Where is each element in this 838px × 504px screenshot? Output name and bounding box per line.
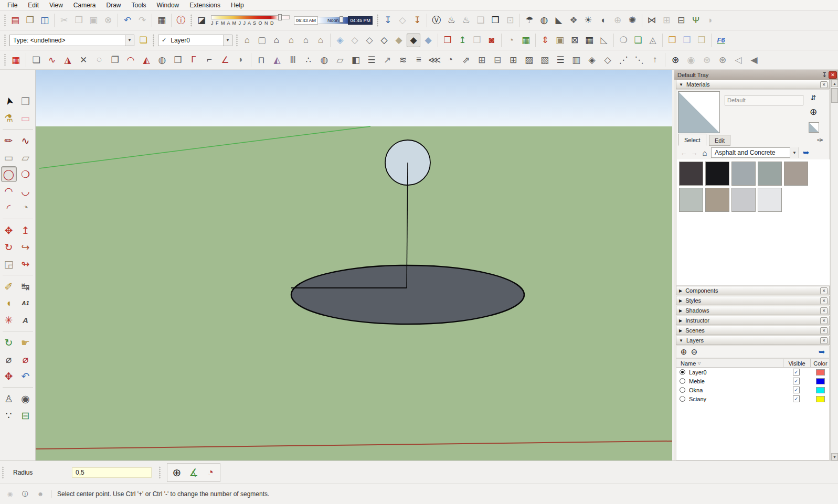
panel-array-icon[interactable]: ▥ <box>569 53 584 67</box>
redo-icon[interactable]: ↷ <box>135 14 149 27</box>
current-layer-radio[interactable] <box>680 378 685 384</box>
freehand-tool-icon[interactable]: ∿ <box>18 133 33 148</box>
toolbar-grip[interactable] <box>4 53 6 66</box>
zoom-window-icon[interactable]: ⌀ <box>18 352 33 367</box>
layer-color-chip[interactable] <box>816 369 825 376</box>
column-name[interactable]: Name ▽ <box>681 359 701 368</box>
purlins-icon[interactable]: ⋱ <box>632 53 646 67</box>
panel-header-layers[interactable]: ▼ Layers ✕ <box>676 336 830 345</box>
axes-tool-icon[interactable]: ✳ <box>2 313 16 327</box>
scroll-down-icon[interactable]: ▼ <box>831 453 838 460</box>
panel-header-components[interactable]: ▶Components✕ <box>676 286 830 295</box>
iso-view-icon[interactable]: ⌂ <box>240 34 254 47</box>
cut-icon[interactable]: ✂ <box>57 14 71 27</box>
stair-flight-icon[interactable]: ≋ <box>396 53 410 67</box>
sphere-pin-icon[interactable]: ◍ <box>155 53 169 67</box>
sign-in-icon[interactable]: ☻ <box>36 489 45 499</box>
shadow-date-slider[interactable]: J F M A M J J A S O N D <box>211 14 290 27</box>
loft-spline-icon[interactable]: ❏ <box>29 53 44 67</box>
menu-item-view[interactable]: View <box>44 0 68 10</box>
material-swatch-8[interactable] <box>731 188 756 212</box>
model-viewport[interactable] <box>36 70 672 460</box>
vray-ies-light-icon[interactable]: ❖ <box>567 14 580 27</box>
share-model-icon[interactable]: ↥ <box>455 34 469 47</box>
material-swatch-1[interactable] <box>679 162 703 186</box>
tent-shape-icon[interactable]: ◭ <box>139 53 154 67</box>
3d-text-icon[interactable]: A <box>18 313 33 327</box>
window-frame-icon[interactable]: ⊞ <box>474 53 489 67</box>
active-layer-dropdown[interactable]: ✓ Layer0 ▼ <box>158 35 232 46</box>
polygon-dashed-icon[interactable]: ◌ <box>92 53 107 67</box>
curve-sheet-icon[interactable]: ◗ <box>234 53 248 67</box>
vray-spot-light-icon[interactable]: ◣ <box>552 14 566 27</box>
current-layer-radio[interactable] <box>680 396 685 402</box>
bezier-curve-icon[interactable]: ∿ <box>45 53 59 67</box>
secondary-pane-icon[interactable]: ⇵ <box>809 93 818 102</box>
classification-type-dropdown[interactable]: Type: <undefined> ▼ <box>9 35 134 46</box>
forward-arrow-icon[interactable]: → <box>689 147 699 158</box>
visible-checkbox[interactable]: ✓ <box>793 369 800 376</box>
corner-line-icon[interactable]: ⌐ <box>202 53 217 67</box>
preview-camera-icon[interactable]: ◉ <box>684 53 698 67</box>
ramp-tool-icon[interactable]: ↗ <box>380 53 395 67</box>
arc-calculator-tool-icon[interactable]: ◔ <box>203 465 218 480</box>
look-around-icon[interactable]: ◉ <box>18 391 33 406</box>
chevron-down-icon[interactable]: ▼ <box>125 35 134 46</box>
time-track[interactable]: Noon <box>318 17 348 24</box>
claim-credit-icon[interactable]: ⓘ <box>20 489 30 499</box>
circular-array-icon[interactable]: ◍ <box>317 53 332 67</box>
panel-header-shadows[interactable]: ▶Shadows✕ <box>676 306 830 315</box>
close-panel-icon[interactable]: ✕ <box>820 307 828 314</box>
chevron-down-icon[interactable]: ▼ <box>790 147 799 158</box>
vray-mesh-light-icon[interactable]: ⊕ <box>611 14 624 27</box>
print-icon[interactable]: ▦ <box>155 14 168 27</box>
smoove-icon[interactable]: ⇕ <box>538 34 552 47</box>
extrude-edges-icon[interactable]: ❐ <box>108 53 122 67</box>
tab-select[interactable]: Select <box>678 134 706 146</box>
tab-edit[interactable]: Edit <box>709 135 730 146</box>
collection-dropdown[interactable]: Asphalt and Concrete ▼ <box>711 147 799 158</box>
create-material-icon[interactable]: ⊕ <box>807 105 820 118</box>
pyramid-tool-icon[interactable]: ◭ <box>270 53 284 67</box>
toolbar-grip[interactable] <box>4 34 6 47</box>
libfredo-f6-icon[interactable]: F6 <box>714 34 728 47</box>
bevel-icon[interactable]: ❒ <box>695 34 708 47</box>
round-corner-icon[interactable]: ❒ <box>665 34 679 47</box>
shaded-textures-mode-icon[interactable]: ◆ <box>407 34 420 47</box>
circle-center-tool-icon[interactable]: ⊕ <box>169 465 185 480</box>
pan-tool-icon[interactable]: ☛ <box>18 335 33 350</box>
layer-color-chip[interactable] <box>816 396 825 402</box>
roof-tool-icon[interactable]: ↑ <box>648 53 662 67</box>
photo-textures-icon[interactable]: ↧ <box>410 14 424 27</box>
undo-icon[interactable]: ↶ <box>121 14 134 27</box>
vray-sphere-light-icon[interactable]: ◍ <box>537 14 551 27</box>
vray-render-window-icon[interactable]: ❒ <box>489 14 502 27</box>
tray-title-bar[interactable]: Default Tray ↧ ✕ <box>674 70 838 80</box>
material-swatch-3[interactable] <box>731 162 756 186</box>
cameras-icon[interactable]: ⊛ <box>715 53 730 67</box>
column-array-icon[interactable]: ∴ <box>301 53 316 67</box>
material-swatch-7[interactable] <box>705 188 729 212</box>
xray-mode-icon[interactable]: ◈ <box>333 34 347 47</box>
menu-item-file[interactable]: File <box>2 0 23 10</box>
vray-lock-icon[interactable]: ⊡ <box>503 14 517 27</box>
staircase-icon[interactable]: ≡ <box>411 53 426 67</box>
wireframe-mode-icon[interactable]: ◇ <box>363 34 376 47</box>
vray-proxy-export-icon[interactable]: ⊟ <box>674 14 688 27</box>
menu-item-tools[interactable]: Tools <box>126 0 152 10</box>
panel-header-materials[interactable]: ▼ Materials ✕ <box>676 80 830 89</box>
scale-tool-icon[interactable]: ◲ <box>2 256 16 271</box>
vray-rect-light-icon[interactable]: ◖ <box>596 14 610 27</box>
spiral-stair-icon[interactable]: ◔ <box>443 53 458 67</box>
position-camera-icon[interactable]: ♙ <box>2 391 16 406</box>
toolbar-grip[interactable] <box>190 14 192 27</box>
back-arrow-icon[interactable]: ← <box>678 147 689 158</box>
layer-row-sciany[interactable]: Sciany✓ <box>676 394 829 403</box>
section-plane-icon[interactable]: ⊟ <box>18 408 33 423</box>
panel-header-styles[interactable]: ▶Styles✕ <box>676 296 830 305</box>
chevron-frame-icon[interactable]: ◈ <box>585 53 599 67</box>
visible-checkbox[interactable]: ✓ <box>793 378 800 384</box>
point-box-icon[interactable]: ❒ <box>171 53 185 67</box>
door-tool-icon[interactable]: ◧ <box>348 53 363 67</box>
geolocation-status-icon[interactable]: ◉ <box>5 489 15 499</box>
